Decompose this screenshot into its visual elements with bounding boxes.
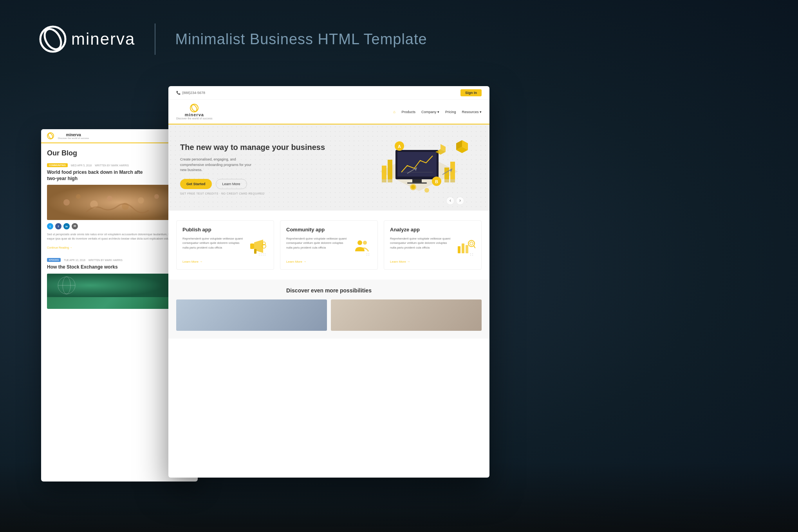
mockup-top-bar: 📞 (888)234-5678 Sign In bbox=[168, 86, 489, 100]
svg-rect-71 bbox=[462, 243, 464, 253]
feature-card-analyze: Analyze app Reprehenderit quine voluptat… bbox=[384, 220, 482, 270]
discover-section: Discover even more possibilities bbox=[168, 280, 489, 339]
website-mockup: 📞 (888)234-5678 Sign In minerva Discover… bbox=[168, 86, 489, 478]
sign-in-button[interactable]: Sign In bbox=[460, 89, 482, 96]
minerva-logo-icon bbox=[39, 25, 67, 53]
feature-title-analyze: Analyze app bbox=[390, 227, 475, 233]
blog-author-1: WRITTEN BY MARK HARRIS bbox=[95, 164, 129, 167]
facebook-icon[interactable]: f bbox=[55, 223, 61, 229]
learn-more-button[interactable]: Learn More bbox=[216, 179, 247, 189]
feature-text-analyze: Reprehenderit quine voluptate velitesse … bbox=[390, 236, 452, 250]
svg-point-69 bbox=[368, 255, 369, 256]
back-logo-icon bbox=[47, 132, 54, 139]
svg-rect-70 bbox=[458, 246, 460, 253]
feature-title-community: Community app bbox=[286, 227, 372, 233]
back-nav-logo: minerva Discover the world of success bbox=[58, 133, 89, 139]
analyze-icon bbox=[456, 236, 475, 256]
discover-title: Discover even more possibilities bbox=[176, 287, 482, 294]
email-icon[interactable]: ✉ bbox=[72, 223, 78, 229]
hero-section: The new way to manage your business Crea… bbox=[168, 124, 489, 211]
svg-point-10 bbox=[138, 197, 144, 204]
back-logo-text: minerva bbox=[66, 133, 81, 137]
svg-point-11 bbox=[154, 194, 159, 199]
nav-logo-text: minerva bbox=[185, 112, 204, 117]
brand-logo: minerva bbox=[39, 25, 135, 53]
feature-link-community[interactable]: Learn More → bbox=[286, 260, 372, 263]
nav-tagline: Discover the world of success bbox=[176, 117, 213, 120]
nav-pricing[interactable]: Pricing bbox=[445, 110, 456, 114]
blog-tag-2: STOCKS bbox=[47, 258, 61, 262]
discover-images bbox=[176, 299, 482, 331]
svg-point-61 bbox=[261, 255, 262, 256]
svg-point-58 bbox=[263, 253, 264, 254]
svg-point-78 bbox=[470, 255, 471, 256]
svg-rect-53 bbox=[254, 249, 256, 254]
phone-icon: 📞 bbox=[176, 91, 181, 95]
nav-products[interactable]: Products bbox=[401, 110, 415, 114]
svg-point-56 bbox=[259, 253, 260, 254]
svg-text:‹: ‹ bbox=[450, 198, 451, 203]
hero-fine-print: GET FREE TEST CREDITS · NO CREDIT CARD R… bbox=[180, 192, 478, 195]
feature-link-analyze[interactable]: Learn More → bbox=[390, 260, 475, 263]
features-section: Publish app Reprehenderit quine voluptat… bbox=[168, 211, 489, 280]
nav-logo: minerva Discover the world of success bbox=[176, 104, 213, 120]
svg-point-79 bbox=[472, 255, 473, 256]
svg-rect-72 bbox=[466, 245, 468, 253]
brand-name: minerva bbox=[71, 30, 135, 49]
svg-line-75 bbox=[474, 246, 475, 248]
feature-body-analyze: Reprehenderit quine voluptate velitesse … bbox=[390, 236, 475, 256]
discover-img-1 bbox=[176, 299, 327, 331]
blog-date-1: WED APR 5, 2018 bbox=[71, 164, 92, 167]
svg-point-68 bbox=[367, 255, 367, 256]
svg-point-73 bbox=[468, 240, 475, 247]
blog-tag-1: COMMUNITIES bbox=[47, 163, 68, 167]
phone-text: (888)234-5678 bbox=[182, 91, 205, 95]
hero-text: The new way to manage your business Crea… bbox=[180, 142, 478, 195]
nav-resources[interactable]: Resources ▾ bbox=[462, 110, 482, 114]
nav-links: ⌂ Products Company ▾ Pricing Resources ▾ bbox=[393, 110, 482, 114]
hero-subtitle: Create personalised, engaging, and compr… bbox=[180, 157, 258, 173]
feature-text-publish: Reprehenderit quine voluptate velitesse … bbox=[182, 236, 244, 250]
brand-tagline: Minimalist Business HTML Template bbox=[175, 31, 427, 48]
svg-point-77 bbox=[472, 253, 473, 254]
feature-body-publish: Reprehenderit quine voluptate velitesse … bbox=[182, 236, 268, 256]
blog-date-2: TUE APR 10, 2018 bbox=[64, 259, 85, 261]
svg-point-74 bbox=[470, 242, 473, 245]
blog-author-2: WRITTEN BY MARK HARRIS bbox=[88, 259, 123, 261]
brand-divider bbox=[155, 23, 155, 55]
phone-number: 📞 (888)234-5678 bbox=[176, 91, 205, 95]
twitter-icon[interactable]: t bbox=[47, 223, 53, 229]
nav-home-icon[interactable]: ⌂ bbox=[393, 110, 395, 114]
svg-point-60 bbox=[259, 255, 260, 256]
nav-company[interactable]: Company ▾ bbox=[421, 110, 439, 114]
hero-title: The new way to manage your business bbox=[180, 142, 478, 152]
top-branding: minerva Minimalist Business HTML Templat… bbox=[39, 23, 427, 55]
svg-point-57 bbox=[261, 253, 262, 254]
linkedin-icon[interactable]: in bbox=[63, 223, 70, 229]
feature-card-community: Community app Reprehenderit quine volupt… bbox=[280, 220, 378, 270]
get-started-button[interactable]: Get Started bbox=[180, 179, 212, 189]
svg-point-66 bbox=[367, 253, 367, 254]
svg-point-67 bbox=[368, 253, 369, 254]
hero-buttons: Get Started Learn More bbox=[180, 179, 478, 189]
feature-title-publish: Publish app bbox=[182, 227, 268, 233]
svg-rect-52 bbox=[250, 243, 254, 249]
feature-text-community: Reprehenderit quine voluptate velitesse … bbox=[286, 236, 348, 250]
svg-point-65 bbox=[363, 241, 367, 245]
publish-icon bbox=[248, 236, 268, 256]
feature-card-publish: Publish app Reprehenderit quine voluptat… bbox=[176, 220, 274, 270]
community-icon bbox=[352, 236, 372, 256]
svg-text:›: › bbox=[459, 198, 461, 203]
continue-reading-1[interactable]: Continue Reading → bbox=[47, 246, 72, 249]
nav-logo-svg bbox=[190, 104, 199, 112]
back-tagline-text: Discover the world of success bbox=[58, 137, 89, 139]
svg-point-5 bbox=[63, 199, 70, 206]
feature-link-publish[interactable]: Learn More → bbox=[182, 260, 268, 263]
svg-point-59 bbox=[265, 253, 265, 254]
svg-point-76 bbox=[470, 253, 471, 254]
feature-body-community: Reprehenderit quine voluptate velitesse … bbox=[286, 236, 372, 256]
svg-point-62 bbox=[263, 255, 264, 256]
mockup-nav: minerva Discover the world of success ⌂ … bbox=[168, 100, 489, 124]
svg-point-63 bbox=[265, 255, 265, 256]
svg-point-6 bbox=[76, 194, 81, 199]
